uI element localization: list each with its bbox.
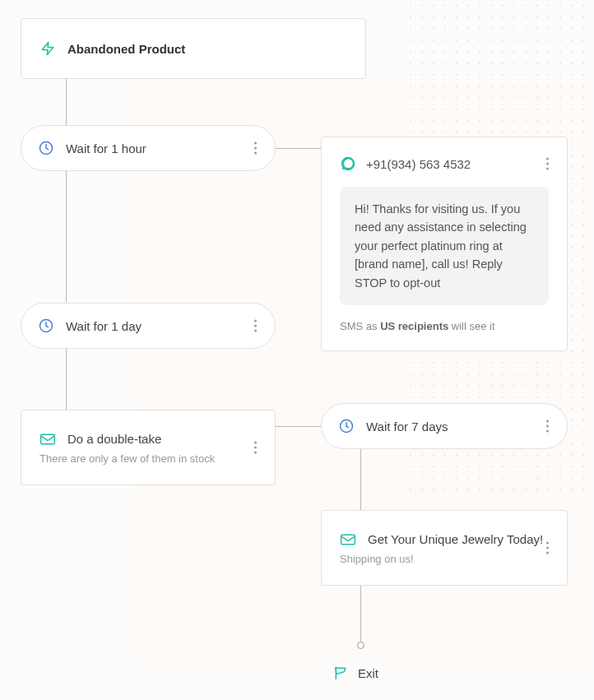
connector (66, 79, 67, 125)
clock-icon (38, 140, 54, 156)
connector (66, 171, 67, 303)
email-node-jewelry[interactable]: Get Your Unique Jewelry Today! Shipping … (321, 510, 568, 586)
node-menu-button[interactable] (251, 139, 260, 158)
clock-icon (38, 318, 54, 334)
delay-node-1-day[interactable]: Wait for 1 day (21, 303, 276, 349)
sms-footer-note: SMS as US recipients will see it (340, 320, 549, 332)
mail-icon (340, 531, 356, 548)
svg-marker-0 (42, 43, 53, 55)
connector (66, 349, 67, 410)
mail-icon (39, 431, 56, 447)
exit-label: Exit (358, 666, 378, 680)
node-menu-button[interactable] (251, 438, 260, 457)
connector (360, 586, 361, 642)
flag-icon (333, 665, 350, 681)
delay-label: Wait for 7 days (366, 420, 448, 433)
clock-icon (338, 418, 355, 434)
trigger-node-abandoned-product[interactable]: Abandoned Product (21, 18, 366, 79)
exit-node[interactable]: Exit (333, 665, 378, 681)
delay-node-7-days[interactable]: Wait for 7 days (321, 403, 568, 449)
node-menu-button[interactable] (251, 317, 260, 336)
node-menu-button[interactable] (543, 155, 552, 174)
email-subtitle: There are only a few of them in stock (39, 452, 215, 465)
node-menu-button[interactable] (543, 539, 552, 558)
lightning-icon (39, 40, 56, 57)
svg-rect-6 (341, 535, 355, 545)
svg-rect-4 (41, 434, 55, 444)
trigger-title: Abandoned Product (67, 42, 185, 56)
delay-label: Wait for 1 day (66, 319, 142, 333)
connector-endpoint (357, 642, 364, 649)
email-subtitle: Shipping on us! (340, 553, 543, 565)
delay-node-1-hour[interactable]: Wait for 1 hour (21, 125, 276, 171)
node-menu-button[interactable] (543, 417, 552, 436)
connector (276, 148, 321, 149)
email-node-double-take[interactable]: Do a double-take There are only a few of… (21, 410, 276, 485)
sms-message-body: Hi! Thanks for visiting us. If you need … (340, 187, 549, 305)
email-title: Do a double-take (67, 432, 161, 446)
delay-label: Wait for 1 hour (66, 141, 146, 155)
connector (276, 426, 321, 427)
connector (360, 449, 361, 510)
chat-icon (340, 155, 356, 172)
sms-phone-number: +91(934) 563 4532 (366, 157, 471, 171)
sms-preview-card[interactable]: +91(934) 563 4532 Hi! Thanks for visitin… (321, 137, 568, 351)
email-title: Get Your Unique Jewelry Today! (368, 532, 543, 546)
